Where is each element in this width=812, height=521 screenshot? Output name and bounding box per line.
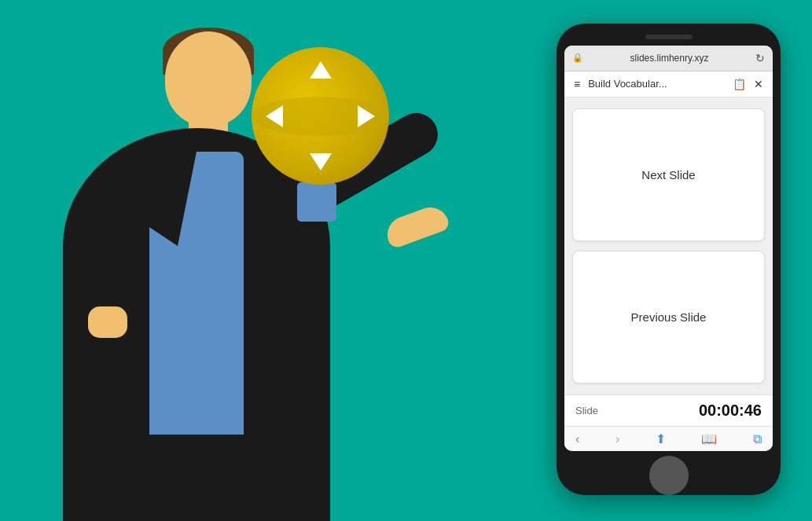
sleeve-right — [297, 182, 336, 222]
phone-home-button[interactable] — [649, 456, 689, 495]
lock-icon: 🔒 — [572, 53, 583, 63]
share-button[interactable]: ⬆ — [656, 431, 666, 446]
forward-button[interactable]: › — [615, 432, 619, 446]
note-icon[interactable]: 📋 — [733, 78, 746, 90]
previous-slide-label: Previous Slide — [631, 310, 707, 324]
phone-device: 🔒 slides.limhenry.xyz ↻ ≡ Build Vocabula… — [557, 24, 781, 495]
arrow-right-icon — [358, 105, 375, 127]
arrow-left-icon — [266, 105, 283, 127]
arrow-down-icon — [310, 153, 332, 171]
reload-button[interactable]: ↻ — [755, 52, 765, 64]
ball-inner — [252, 47, 389, 185]
tabs-button[interactable]: ⧉ — [753, 432, 762, 446]
arrow-up-icon — [310, 61, 332, 79]
url-text: slides.limhenry.xyz — [588, 53, 751, 64]
page-title: Build Vocabular... — [588, 78, 725, 90]
browser-bottom-toolbar: ‹ › ⬆ 📖 ⧉ — [564, 426, 773, 451]
head — [165, 31, 252, 126]
hand-right — [382, 202, 450, 249]
url-bar: 🔒 slides.limhenry.xyz ↻ — [564, 46, 773, 72]
back-button[interactable]: ‹ — [575, 432, 579, 446]
timer-value: 00:00:46 — [699, 402, 762, 420]
close-button[interactable]: ✕ — [754, 78, 763, 90]
timer-bar: Slide 00:00:46 — [564, 394, 773, 426]
next-slide-label: Next Slide — [641, 168, 695, 182]
previous-slide-button[interactable]: Previous Slide — [572, 251, 765, 383]
hand-left — [88, 306, 127, 338]
phone-screen: 🔒 slides.limhenry.xyz ↻ ≡ Build Vocabula… — [564, 46, 773, 451]
bookmarks-button[interactable]: 📖 — [701, 431, 717, 446]
directional-ball — [252, 47, 389, 185]
next-slide-button[interactable]: Next Slide — [572, 108, 765, 241]
phone-speaker — [645, 35, 693, 39]
browser-nav-bar: ≡ Build Vocabular... 📋 ✕ — [564, 72, 773, 97]
slide-content-area: Next Slide Previous Slide — [564, 97, 773, 394]
hamburger-menu-button[interactable]: ≡ — [574, 78, 580, 90]
slide-label: Slide — [575, 405, 598, 416]
